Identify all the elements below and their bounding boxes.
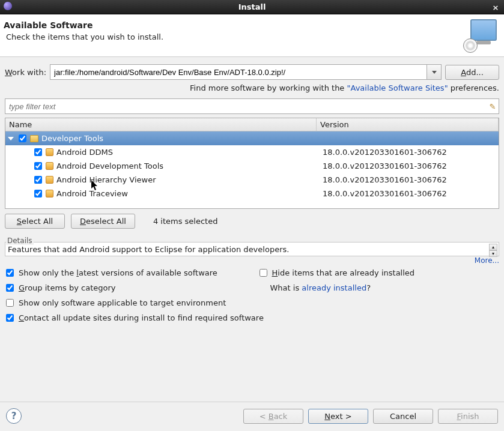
item-name: Android Development Tools (56, 161, 163, 170)
tree-item-row[interactable]: Android Traceview 18.0.0.v201203301601-3… (5, 187, 499, 200)
opt-group-checkbox[interactable] (6, 284, 14, 292)
opt-latest-checkbox[interactable] (6, 269, 14, 277)
tree-item-row[interactable]: Android Development Tools 18.0.0.v201203… (5, 159, 499, 173)
plugin-icon (46, 148, 53, 156)
chevron-down-icon (432, 71, 437, 74)
available-software-sites-link[interactable]: "Available Software Sites" (347, 83, 448, 92)
finish-button: Finish (438, 409, 498, 424)
already-installed-link[interactable]: already installed (302, 283, 366, 292)
filter-clear-icon[interactable]: ✎ (487, 102, 499, 111)
item-name: Android Traceview (56, 189, 128, 198)
item-version: 18.0.0.v201203301601-306762 (319, 175, 499, 184)
plugin-icon (46, 190, 53, 197)
details-text-area: Features that add Android support to Ecl… (5, 242, 499, 256)
next-button[interactable]: Next > (308, 409, 368, 424)
filter-input-wrapper[interactable]: ✎ (5, 98, 499, 114)
opt-group[interactable]: Group items by category (5, 283, 246, 292)
window-close-button[interactable]: × (491, 2, 500, 12)
expand-toggle-icon[interactable] (8, 137, 14, 140)
item-name: Android Hierarchy Viewer (56, 175, 156, 184)
window-title: Install (238, 2, 266, 11)
sites-hint: Find more software by working with the "… (5, 83, 499, 92)
wizard-header: Available Software Check the items that … (0, 14, 504, 57)
add-button[interactable]: Add... (445, 65, 499, 80)
tree-item-row[interactable]: Android Hierarchy Viewer 18.0.0.v2012033… (5, 173, 499, 187)
column-name[interactable]: Name (5, 118, 317, 131)
tree-header: Name Version (5, 118, 499, 131)
opt-contact-checkbox[interactable] (6, 314, 14, 322)
plugin-icon (46, 176, 53, 184)
opt-contact[interactable]: Contact all update sites during install … (5, 313, 499, 322)
group-label: Developer Tools (41, 134, 103, 143)
back-button: < Back (243, 409, 303, 424)
details-more-link[interactable]: More... (475, 256, 499, 265)
item-version: 18.0.0.v201203301601-306762 (319, 161, 499, 170)
wizard-footer: ? < Back Next > Cancel Finish (0, 402, 504, 431)
deselect-all-button[interactable]: Deselect All (71, 214, 135, 229)
item-checkbox[interactable] (34, 176, 42, 184)
group-checkbox[interactable] (19, 134, 26, 142)
window-app-icon (4, 2, 12, 10)
already-installed-hint: What is already installed? (258, 283, 500, 292)
scroll-down-button[interactable]: ▾ (489, 250, 497, 257)
work-with-dropdown-button[interactable] (427, 65, 441, 79)
page-title: Available Software (4, 20, 466, 30)
opt-hide-checkbox[interactable] (260, 269, 267, 277)
titlebar: Install × (0, 0, 504, 14)
details-label: Details (6, 237, 34, 245)
item-checkbox[interactable] (34, 148, 42, 156)
work-with-label: Work with: (5, 68, 46, 77)
opt-latest[interactable]: Show only the latest versions of availab… (5, 268, 246, 277)
item-version: 18.0.0.v201203301601-306762 (319, 148, 499, 157)
selection-count: 4 items selected (153, 217, 218, 226)
opt-hide[interactable]: Hide items that are already installed (258, 268, 500, 277)
filter-input[interactable] (5, 102, 487, 111)
opt-target[interactable]: Show only software applicable to target … (5, 298, 499, 307)
item-version: 18.0.0.v201203301601-306762 (319, 189, 499, 198)
install-icon (466, 19, 497, 50)
work-with-combo[interactable] (50, 64, 442, 80)
item-checkbox[interactable] (34, 162, 42, 170)
help-button[interactable]: ? (6, 408, 22, 424)
folder-icon (30, 135, 38, 142)
software-tree[interactable]: Name Version Developer Tools Android DDM… (5, 118, 499, 209)
cancel-button[interactable]: Cancel (373, 409, 433, 424)
tree-group-row[interactable]: Developer Tools (5, 131, 499, 145)
plugin-icon (46, 162, 53, 170)
item-name: Android DDMS (56, 148, 113, 157)
opt-target-checkbox[interactable] (6, 299, 14, 307)
select-all-button[interactable]: Select All (5, 214, 65, 229)
item-checkbox[interactable] (34, 190, 42, 197)
work-with-input[interactable] (50, 65, 427, 79)
tree-item-row[interactable]: Android DDMS 18.0.0.v201203301601-306762 (5, 145, 499, 159)
column-version[interactable]: Version (317, 118, 499, 131)
page-subtitle: Check the items that you wish to install… (6, 32, 466, 41)
scroll-up-button[interactable]: ▴ (489, 244, 497, 250)
